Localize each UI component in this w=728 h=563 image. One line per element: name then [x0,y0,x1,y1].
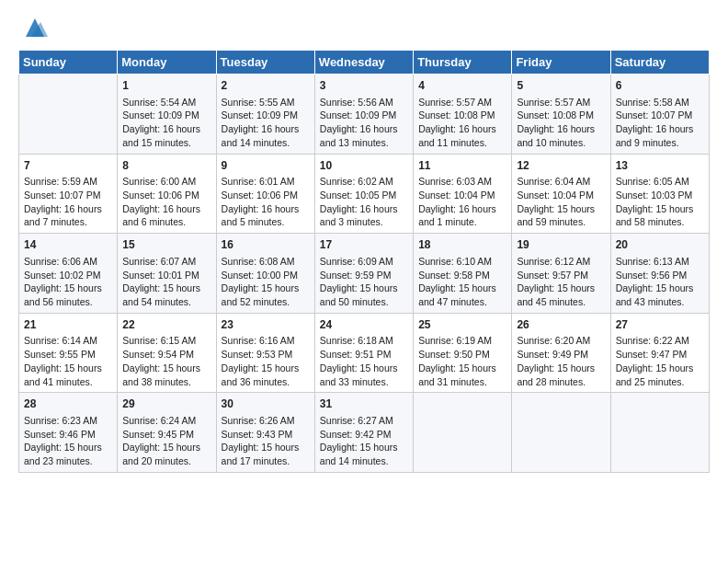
calendar-cell: 17Sunrise: 6:09 AM Sunset: 9:59 PM Dayli… [314,234,413,314]
cell-content: Sunrise: 5:55 AM Sunset: 10:09 PM Daylig… [222,96,310,150]
cell-content: Sunrise: 6:05 AM Sunset: 10:03 PM Daylig… [616,175,704,229]
cell-content: Sunrise: 6:07 AM Sunset: 10:01 PM Daylig… [122,255,210,309]
calendar-cell: 18Sunrise: 6:10 AM Sunset: 9:58 PM Dayli… [414,234,512,314]
calendar-cell: 5Sunrise: 5:57 AM Sunset: 10:08 PM Dayli… [512,75,610,155]
day-number: 4 [418,78,506,94]
calendar-cell: 25Sunrise: 6:19 AM Sunset: 9:50 PM Dayli… [414,313,512,393]
cell-content: Sunrise: 6:19 AM Sunset: 9:50 PM Dayligh… [418,334,506,388]
day-number: 29 [122,396,210,412]
week-row-5: 28Sunrise: 6:23 AM Sunset: 9:46 PM Dayli… [19,393,710,473]
cell-content: Sunrise: 6:26 AM Sunset: 9:43 PM Dayligh… [222,414,310,468]
col-header-tuesday: Tuesday [216,51,314,75]
cell-content: Sunrise: 6:22 AM Sunset: 9:47 PM Dayligh… [616,334,704,388]
calendar-cell: 13Sunrise: 6:05 AM Sunset: 10:03 PM Dayl… [610,154,709,234]
week-row-4: 21Sunrise: 6:14 AM Sunset: 9:55 PM Dayli… [19,313,710,393]
day-number: 19 [517,237,605,253]
week-row-1: 1Sunrise: 5:54 AM Sunset: 10:09 PM Dayli… [19,75,710,155]
calendar-cell: 23Sunrise: 6:16 AM Sunset: 9:53 PM Dayli… [216,313,314,393]
calendar-cell: 19Sunrise: 6:12 AM Sunset: 9:57 PM Dayli… [512,234,610,314]
cell-content: Sunrise: 6:02 AM Sunset: 10:05 PM Daylig… [320,175,408,229]
day-number: 6 [616,78,704,94]
cell-content: Sunrise: 6:09 AM Sunset: 9:59 PM Dayligh… [320,255,408,309]
day-number: 25 [418,317,506,333]
cell-content: Sunrise: 6:18 AM Sunset: 9:51 PM Dayligh… [320,334,408,388]
calendar-cell: 21Sunrise: 6:14 AM Sunset: 9:55 PM Dayli… [19,313,118,393]
cell-content: Sunrise: 6:13 AM Sunset: 9:56 PM Dayligh… [616,255,704,309]
calendar-cell [512,393,610,473]
calendar-cell: 15Sunrise: 6:07 AM Sunset: 10:01 PM Dayl… [118,234,216,314]
week-row-3: 14Sunrise: 6:06 AM Sunset: 10:02 PM Dayl… [19,234,710,314]
calendar-cell: 9Sunrise: 6:01 AM Sunset: 10:06 PM Dayli… [216,154,314,234]
calendar-cell: 2Sunrise: 5:55 AM Sunset: 10:09 PM Dayli… [216,75,314,155]
col-header-friday: Friday [512,51,610,75]
day-number: 14 [24,237,112,253]
calendar-cell: 4Sunrise: 5:57 AM Sunset: 10:08 PM Dayli… [414,75,512,155]
cell-content: Sunrise: 6:20 AM Sunset: 9:49 PM Dayligh… [517,334,605,388]
cell-content: Sunrise: 6:24 AM Sunset: 9:45 PM Dayligh… [122,414,210,468]
calendar-cell: 6Sunrise: 5:58 AM Sunset: 10:07 PM Dayli… [610,75,709,155]
cell-content: Sunrise: 6:04 AM Sunset: 10:04 PM Daylig… [517,175,605,229]
calendar-cell: 8Sunrise: 6:00 AM Sunset: 10:06 PM Dayli… [118,154,216,234]
cell-content: Sunrise: 5:56 AM Sunset: 10:09 PM Daylig… [320,96,408,150]
calendar-cell: 10Sunrise: 6:02 AM Sunset: 10:05 PM Dayl… [314,154,413,234]
col-header-thursday: Thursday [414,51,512,75]
calendar-cell: 22Sunrise: 6:15 AM Sunset: 9:54 PM Dayli… [118,313,216,393]
day-number: 8 [122,158,210,174]
day-number: 7 [24,158,112,174]
col-header-monday: Monday [118,51,216,75]
day-number: 23 [222,317,310,333]
day-number: 28 [24,396,112,412]
header-row: SundayMondayTuesdayWednesdayThursdayFrid… [19,51,710,75]
cell-content: Sunrise: 6:10 AM Sunset: 9:58 PM Dayligh… [418,255,506,309]
logo [18,15,48,40]
calendar-cell: 20Sunrise: 6:13 AM Sunset: 9:56 PM Dayli… [610,234,709,314]
day-number: 16 [222,237,310,253]
day-number: 11 [418,158,506,174]
day-number: 1 [122,78,210,94]
calendar-cell: 24Sunrise: 6:18 AM Sunset: 9:51 PM Dayli… [314,313,413,393]
day-number: 27 [616,317,704,333]
page: SundayMondayTuesdayWednesdayThursdayFrid… [0,0,728,484]
cell-content: Sunrise: 5:59 AM Sunset: 10:07 PM Daylig… [24,175,112,229]
day-number: 21 [24,317,112,333]
cell-content: Sunrise: 6:06 AM Sunset: 10:02 PM Daylig… [24,255,112,309]
col-header-wednesday: Wednesday [314,51,413,75]
calendar-cell: 31Sunrise: 6:27 AM Sunset: 9:42 PM Dayli… [314,393,413,473]
day-number: 30 [222,396,310,412]
day-number: 12 [517,158,605,174]
calendar-cell: 12Sunrise: 6:04 AM Sunset: 10:04 PM Dayl… [512,154,610,234]
cell-content: Sunrise: 6:03 AM Sunset: 10:04 PM Daylig… [418,175,506,229]
calendar-cell: 7Sunrise: 5:59 AM Sunset: 10:07 PM Dayli… [19,154,118,234]
cell-content: Sunrise: 6:00 AM Sunset: 10:06 PM Daylig… [122,175,210,229]
calendar-cell [414,393,512,473]
day-number: 24 [320,317,408,333]
day-number: 13 [616,158,704,174]
day-number: 2 [222,78,310,94]
col-header-sunday: Sunday [19,51,118,75]
cell-content: Sunrise: 5:57 AM Sunset: 10:08 PM Daylig… [418,96,506,150]
day-number: 5 [517,78,605,94]
cell-content: Sunrise: 6:16 AM Sunset: 9:53 PM Dayligh… [222,334,310,388]
calendar-cell: 16Sunrise: 6:08 AM Sunset: 10:00 PM Dayl… [216,234,314,314]
calendar-cell: 11Sunrise: 6:03 AM Sunset: 10:04 PM Dayl… [414,154,512,234]
cell-content: Sunrise: 6:08 AM Sunset: 10:00 PM Daylig… [222,255,310,309]
day-number: 26 [517,317,605,333]
calendar-cell [610,393,709,473]
day-number: 22 [122,317,210,333]
day-number: 18 [418,237,506,253]
calendar-cell: 1Sunrise: 5:54 AM Sunset: 10:09 PM Dayli… [118,75,216,155]
calendar-cell: 26Sunrise: 6:20 AM Sunset: 9:49 PM Dayli… [512,313,610,393]
calendar-cell: 14Sunrise: 6:06 AM Sunset: 10:02 PM Dayl… [19,234,118,314]
logo-icon [22,15,48,40]
calendar-cell: 27Sunrise: 6:22 AM Sunset: 9:47 PM Dayli… [610,313,709,393]
calendar-cell: 28Sunrise: 6:23 AM Sunset: 9:46 PM Dayli… [19,393,118,473]
day-number: 15 [122,237,210,253]
cell-content: Sunrise: 6:23 AM Sunset: 9:46 PM Dayligh… [24,414,112,468]
cell-content: Sunrise: 5:54 AM Sunset: 10:09 PM Daylig… [122,96,210,150]
calendar-cell: 29Sunrise: 6:24 AM Sunset: 9:45 PM Dayli… [118,393,216,473]
header [18,15,710,40]
cell-content: Sunrise: 6:14 AM Sunset: 9:55 PM Dayligh… [24,334,112,388]
cell-content: Sunrise: 6:27 AM Sunset: 9:42 PM Dayligh… [320,414,408,468]
cell-content: Sunrise: 6:01 AM Sunset: 10:06 PM Daylig… [222,175,310,229]
col-header-saturday: Saturday [610,51,709,75]
